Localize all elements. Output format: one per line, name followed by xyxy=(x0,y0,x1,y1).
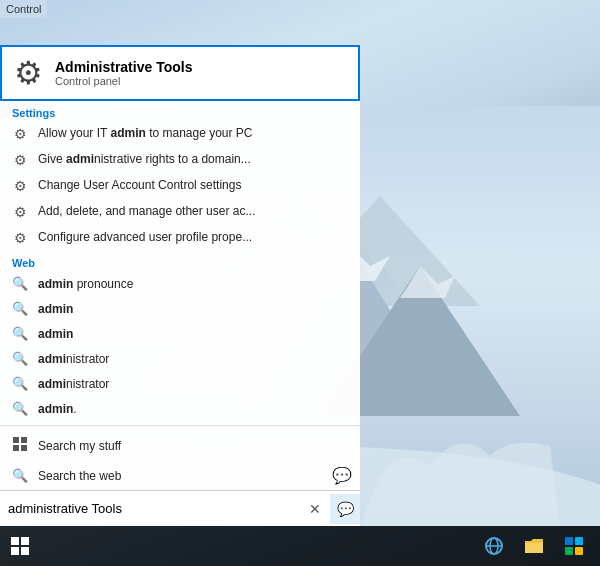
settings-icon-4: ⚙ xyxy=(12,204,28,220)
settings-item-4[interactable]: ⚙ Add, delete, and manage other user ac.… xyxy=(0,199,360,225)
search-clear-button[interactable]: ✕ xyxy=(300,494,330,524)
svg-rect-23 xyxy=(565,537,573,545)
taskbar-right xyxy=(476,526,600,566)
web-item-1[interactable]: 🔍 admin pronounce xyxy=(0,271,360,296)
settings-icon-2: ⚙ xyxy=(12,152,28,168)
svg-rect-15 xyxy=(13,437,19,443)
search-web-icon: 🔍 xyxy=(12,468,28,483)
settings-item-1[interactable]: ⚙ Allow your IT admin to manage your PC xyxy=(0,121,360,147)
divider xyxy=(0,425,360,426)
settings-text-1: Allow your IT admin to manage your PC xyxy=(38,126,253,142)
search-web-label: Search the web xyxy=(38,469,121,483)
web-text-5: administrator xyxy=(38,377,109,391)
settings-icon-1: ⚙ xyxy=(12,126,28,142)
svg-rect-26 xyxy=(575,547,583,555)
web-item-3[interactable]: 🔍 admin xyxy=(0,321,360,346)
search-web-item[interactable]: 🔍 Search the web 💬 xyxy=(0,461,360,490)
internet-explorer-icon xyxy=(483,535,505,557)
settings-text-3: Change User Account Control settings xyxy=(38,178,241,194)
settings-item-2[interactable]: ⚙ Give administrative rights to a domain… xyxy=(0,147,360,173)
web-item-2[interactable]: 🔍 admin xyxy=(0,296,360,321)
search-icon-3: 🔍 xyxy=(12,326,28,341)
web-text-2: admin xyxy=(38,302,73,316)
search-my-stuff-item[interactable]: Search my stuff xyxy=(0,430,360,461)
taskbar xyxy=(0,526,600,566)
settings-icon-5: ⚙ xyxy=(12,230,28,246)
control-panel-label: Control xyxy=(0,0,47,18)
search-icon-1: 🔍 xyxy=(12,276,28,291)
windows-logo xyxy=(11,537,29,555)
svg-rect-24 xyxy=(575,537,583,545)
file-explorer-icon[interactable] xyxy=(518,530,550,562)
search-chat-button[interactable]: 💬 xyxy=(330,494,360,524)
search-my-stuff-label: Search my stuff xyxy=(38,439,121,453)
chat-icon: 💬 xyxy=(332,466,352,485)
app-title: Administrative Tools xyxy=(55,59,192,75)
search-icon-4: 🔍 xyxy=(12,351,28,366)
web-item-6[interactable]: 🔍 admin. xyxy=(0,396,360,421)
search-icon-5: 🔍 xyxy=(12,376,28,391)
top-result-item[interactable]: ⚙ Administrative Tools Control panel xyxy=(0,45,360,101)
start-button[interactable] xyxy=(0,526,40,566)
windows-store-icon xyxy=(563,535,585,557)
search-icon-2: 🔍 xyxy=(12,301,28,316)
web-text-6: admin. xyxy=(38,402,77,416)
settings-text-5: Configure advanced user profile prope... xyxy=(38,230,252,246)
search-icon-6: 🔍 xyxy=(12,401,28,416)
web-item-4[interactable]: 🔍 administrator xyxy=(0,346,360,371)
settings-text-4: Add, delete, and manage other user ac... xyxy=(38,204,255,220)
search-input[interactable] xyxy=(0,501,300,516)
web-section-label: Web xyxy=(0,251,360,271)
web-text-1: admin pronounce xyxy=(38,277,133,291)
web-text-4: administrator xyxy=(38,352,109,366)
gear-icon: ⚙ xyxy=(14,57,43,89)
top-result-title-block: Administrative Tools Control panel xyxy=(55,59,192,87)
settings-icon-3: ⚙ xyxy=(12,178,28,194)
search-input-area[interactable]: ✕ 💬 xyxy=(0,490,360,526)
settings-item-3[interactable]: ⚙ Change User Account Control settings xyxy=(0,173,360,199)
ie-icon[interactable] xyxy=(478,530,510,562)
web-item-5[interactable]: 🔍 administrator xyxy=(0,371,360,396)
start-menu: ⚙ Administrative Tools Control panel Set… xyxy=(0,45,360,490)
app-subtitle: Control panel xyxy=(55,75,192,87)
svg-rect-17 xyxy=(13,445,19,451)
web-text-3: admin xyxy=(38,327,73,341)
svg-marker-9 xyxy=(400,266,455,298)
store-icon[interactable] xyxy=(558,530,590,562)
svg-rect-18 xyxy=(21,445,27,451)
svg-rect-16 xyxy=(21,437,27,443)
folder-icon xyxy=(523,535,545,557)
windows-icon xyxy=(12,437,28,454)
settings-section-label: Settings xyxy=(0,101,360,121)
settings-item-5[interactable]: ⚙ Configure advanced user profile prope.… xyxy=(0,225,360,251)
svg-rect-25 xyxy=(565,547,573,555)
desktop: Control Netwo... ⚙ Administrative Tools … xyxy=(0,0,600,566)
svg-rect-22 xyxy=(525,543,543,553)
settings-text-2: Give administrative rights to a domain..… xyxy=(38,152,251,168)
